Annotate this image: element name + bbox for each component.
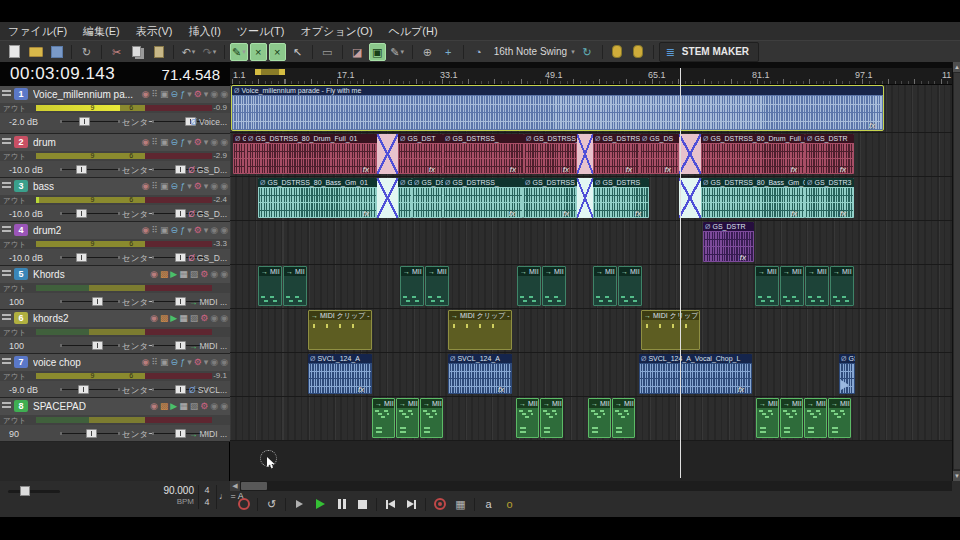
timeline-ruler[interactable]: 1.117.133.149.165.181.197.111 [230,68,952,85]
track-header-bass[interactable]: 3bass◉⠿▣⊖ƒ▾⚙▾◉◉アウト96-2.4-10.0 dBセンターØGS_… [0,178,230,222]
clips-pane[interactable]: ØVoice_millennium parade - Fly with mefx… [230,85,952,441]
keyboard-icon[interactable]: ▦ [179,400,188,413]
fx-badge[interactable]: fx [563,165,569,174]
automation-write-icon[interactable]: ◉ [220,136,228,149]
audio-clip[interactable]: ØGS_DSTRSS_80_Bass_Gm_01fx [258,178,377,218]
swing-clock-icon[interactable]: ◔ [469,43,488,61]
volume-slider[interactable] [62,389,118,390]
horizontal-scroll-handle[interactable] [241,482,267,490]
gear-icon[interactable]: ⚙ [200,400,208,413]
automation-read-icon[interactable]: ◉ [210,88,218,101]
vertical-scroll-handle[interactable] [954,73,960,469]
automation-read-icon[interactable]: ◉ [210,180,218,193]
output-monitor-button[interactable]: o [502,497,517,512]
crossfade-region[interactable] [377,134,398,174]
automation-write-icon[interactable]: ◉ [220,224,228,237]
track-header-drum[interactable]: 2drum◉⠿▣⊖ƒ▾⚙▾◉◉アウト96-2.9-10.0 dBセンターØGS_… [0,134,230,178]
brush-tool-button[interactable]: ✎▾ [388,43,407,61]
scroll-left-icon[interactable]: ◀ [230,481,240,491]
volume-slider[interactable] [62,433,118,434]
track-header-khords2[interactable]: 6khords2◉▩▶▦▨⚙◉◉アウト100センター→MIDI ... [0,310,230,354]
audio-clip[interactable]: ØVoice_millennium parade - Fly with mefx [232,86,883,130]
crossfade-region[interactable] [679,178,701,218]
midi-output-icon[interactable]: ▶ [170,312,177,325]
fx-badge[interactable]: fx [840,165,846,174]
mouse-left-button[interactable] [608,43,627,61]
pattern-icon[interactable]: ▨ [190,400,199,413]
midi-clip[interactable]: →MII [540,398,563,438]
record-arm-icon[interactable]: ◉ [142,356,150,369]
go-start-button[interactable] [383,497,398,512]
dropdown-caret-icon[interactable]: ▾ [204,356,209,369]
output-assignment[interactable]: ØGS_D... [188,165,227,175]
crossfade-region[interactable] [679,134,701,174]
fx-bypass-icon[interactable]: ƒ [180,136,185,149]
dropdown-caret-icon[interactable]: ▾ [187,88,192,101]
automation-write-icon[interactable]: ◉ [220,312,228,325]
track-header-khords[interactable]: 5Khords◉▩▶▦▨⚙◉◉アウト100センター→MIDI ... [0,266,230,310]
loop-button[interactable]: ↺ [264,497,279,512]
dropdown-caret-icon[interactable]: ▾ [204,88,209,101]
volume-slider[interactable] [62,301,118,302]
automation-write-icon[interactable]: ◉ [220,400,228,413]
pan-slider-handle[interactable] [175,429,186,438]
pan-slider-handle[interactable] [175,165,186,174]
audio-clip[interactable]: ØGS_DSTRfx [805,134,854,174]
audio-clip[interactable]: ØGS_DSTRfx [703,222,754,262]
volume-slider[interactable] [62,121,118,122]
fx-badge[interactable]: fx [840,209,846,218]
audio-clip[interactable]: ØGS_DSTRSS_fx [443,178,523,218]
crossfade-region[interactable] [377,178,398,218]
go-end-button[interactable] [404,497,419,512]
dropdown-caret-icon[interactable]: ▾ [187,224,192,237]
track-expand-icon[interactable] [2,138,11,146]
midi-clip[interactable]: →MII [755,266,779,306]
automation-write-icon[interactable]: ◉ [220,180,228,193]
input-monitor-icon[interactable]: ▣ [160,136,169,149]
midi-clip[interactable]: →MIDI クリップ - 3 [448,310,512,350]
audition-button[interactable]: a [481,497,496,512]
midi-clip[interactable]: →MII [372,398,395,438]
bpm-value[interactable]: 90.000 [132,485,194,496]
fx-badge[interactable]: fx [869,121,875,130]
track-name[interactable]: voice chop [33,357,81,368]
fx-badge[interactable]: fx [738,385,744,394]
stem-maker-button[interactable]: ≣STEM MAKER [659,42,759,62]
pause-button[interactable] [334,497,349,512]
dropdown-caret-icon[interactable]: ▾ [204,136,209,149]
audio-clip[interactable]: ØGS_DSTRSS_8fx [523,178,577,218]
audio-clip[interactable]: ØGS_DSTRSS_fx [443,134,524,174]
automation-read-icon[interactable]: ◉ [210,136,218,149]
gear-icon[interactable]: ⚙ [194,224,202,237]
pan-slider-handle[interactable] [175,385,186,394]
horizontal-scrollbar[interactable]: ◀ [230,481,952,491]
input-echo-icon[interactable]: ⠿ [151,88,158,101]
track-name[interactable]: Khords [33,269,65,280]
automation-read-icon[interactable]: ◉ [210,224,218,237]
pan-slider-handle[interactable] [175,341,186,350]
copy-button[interactable] [128,43,147,61]
pan-slider-handle[interactable] [175,297,186,306]
volume-slider-handle[interactable] [92,297,103,306]
input-monitor-icon[interactable]: ▣ [160,224,169,237]
track-zoom-slider[interactable] [8,490,60,493]
mute-icon[interactable]: ⊖ [171,224,179,237]
dropdown-caret-icon[interactable]: ▾ [187,136,192,149]
midi-clip[interactable]: →MIDI クリップ - 3 [641,310,700,350]
track-lane-2[interactable]: ØGSØGS_DSTRSS_80_Drum_Full_01fxØGS_DSTfx… [230,133,952,177]
select-tool-button[interactable]: ↖ [288,43,307,61]
track-name[interactable]: SPACEPAD [33,401,86,412]
audio-clip[interactable]: ØGS_DSfx [640,134,679,174]
track-number-badge[interactable]: 7 [14,356,28,368]
menu-file[interactable]: ファイル(F) [8,24,67,39]
stretch-tool-button[interactable]: × [269,43,286,61]
midi-clip[interactable]: →MII [396,398,419,438]
midi-clip[interactable]: →MIDI クリップ - 3 [308,310,372,350]
automation-read-icon[interactable]: ◉ [210,312,218,325]
fx-bypass-icon[interactable]: ƒ [180,88,185,101]
input-monitor-icon[interactable]: ▣ [160,88,169,101]
track-lane-3[interactable]: ØGS_DSTRSS_80_Bass_Gm_01fxØGØGS_DSTØGS_D… [230,177,952,221]
mouse-right-button[interactable] [629,43,648,61]
refresh-button[interactable]: ↻ [77,43,96,61]
record-arm-icon[interactable]: ◉ [142,224,150,237]
